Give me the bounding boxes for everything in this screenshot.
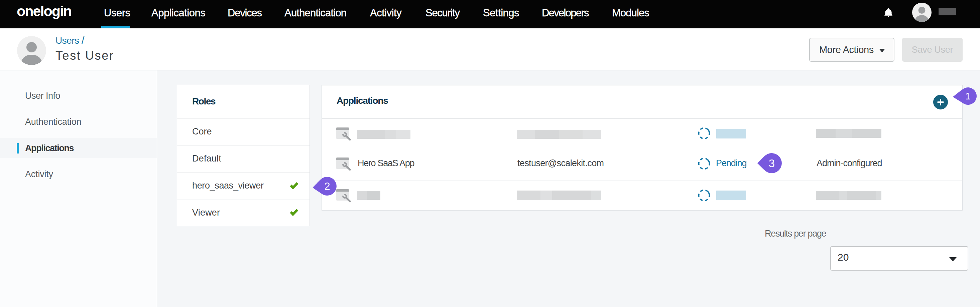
svg-text:3: 3	[769, 157, 775, 169]
svg-text:2: 2	[324, 180, 330, 192]
svg-text:1: 1	[965, 90, 970, 101]
